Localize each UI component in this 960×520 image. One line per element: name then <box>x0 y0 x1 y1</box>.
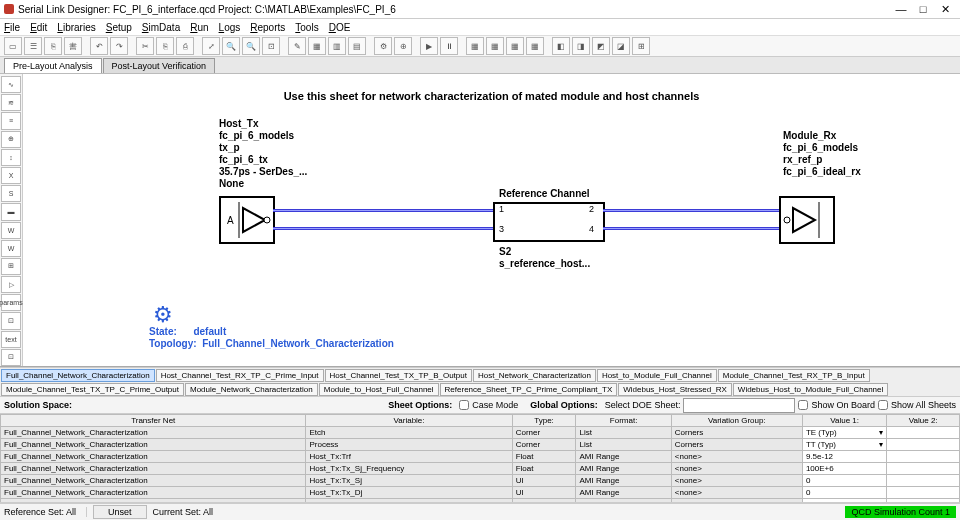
menu-edit[interactable]: Edit <box>30 22 47 33</box>
menu-run[interactable]: Run <box>190 22 208 33</box>
table-row[interactable]: Full_Channel_Network_CharacterizationHos… <box>1 487 960 499</box>
grid-header[interactable]: Value 2: <box>887 415 960 427</box>
table-row[interactable]: Full_Channel_Network_CharacterizationPro… <box>1 439 960 451</box>
palette-item[interactable]: text <box>1 331 21 348</box>
grid-header[interactable]: Format: <box>576 415 671 427</box>
toolbar-button[interactable]: ▦ <box>308 37 326 55</box>
close-button[interactable]: ✕ <box>934 3 956 16</box>
show-all-sheets-checkbox[interactable] <box>878 400 888 410</box>
palette-item[interactable]: W <box>1 240 21 257</box>
maximize-button[interactable]: □ <box>912 3 934 15</box>
table-row[interactable]: Full_Channel_Network_CharacterizationEtc… <box>1 427 960 439</box>
sheet-tab[interactable]: Module_Network_Characterization <box>185 383 318 396</box>
toolbar-button[interactable]: ⊕ <box>394 37 412 55</box>
gear-icon: ⚙ <box>153 302 173 328</box>
sheet-tab[interactable]: Host_Network_Characterization <box>473 369 596 382</box>
sheet-tab[interactable]: Host_Channel_Test_RX_TP_C_Prime_Input <box>156 369 324 382</box>
toolbar-button[interactable]: ⊡ <box>262 37 280 55</box>
toolbar-button[interactable]: ▥ <box>328 37 346 55</box>
sheet-tab[interactable]: Reference_Sheet_TP_C_Prime_Compliant_TX <box>440 383 618 396</box>
toolbar-button[interactable]: ⤢ <box>202 37 220 55</box>
palette-item[interactable]: ⊡ <box>1 349 21 366</box>
palette-item[interactable]: ⊡ <box>1 312 21 329</box>
toolbar-button[interactable]: ✂ <box>136 37 154 55</box>
table-row[interactable]: Full_Channel_Network_CharacterizationHos… <box>1 451 960 463</box>
palette-item[interactable]: params <box>1 294 21 311</box>
sheet-tab[interactable]: Module_to_Host_Full_Channel <box>319 383 439 396</box>
palette-item[interactable]: ≋ <box>1 94 21 111</box>
toolbar-button[interactable]: ▭ <box>4 37 22 55</box>
toolbar-button[interactable]: 🔍 <box>242 37 260 55</box>
sheet-tab[interactable]: Host_Channel_Test_TX_TP_B_Output <box>325 369 472 382</box>
svg-marker-2 <box>243 208 265 232</box>
table-row[interactable]: Full_Channel_Network_CharacterizationHos… <box>1 463 960 475</box>
status-bar: Reference Set: All Unset Current Set: Al… <box>0 503 960 520</box>
show-on-board-checkbox[interactable] <box>798 400 808 410</box>
toolbar-button[interactable]: ☰ <box>24 37 42 55</box>
sheet-tab[interactable]: Widebus_Host_Stressed_RX <box>618 383 732 396</box>
sheet-tab[interactable]: Module_Channel_Test_RX_TP_B_Input <box>718 369 870 382</box>
toolbar-button[interactable]: ▤ <box>348 37 366 55</box>
schematic-canvas[interactable]: Use this sheet for network characterizat… <box>23 74 960 366</box>
port-2: 2 <box>589 204 594 214</box>
toolbar-button[interactable]: ▶ <box>420 37 438 55</box>
menu-file[interactable]: File <box>4 22 20 33</box>
table-row[interactable]: Full_Channel_Network_CharacterizationHos… <box>1 475 960 487</box>
sheet-tab[interactable]: Full_Channel_Network_Characterization <box>1 369 155 382</box>
port-4: 4 <box>589 224 594 234</box>
toolbar-button[interactable]: ⚙ <box>374 37 392 55</box>
toolbar-button[interactable]: ↶ <box>90 37 108 55</box>
grid-header[interactable]: Transfer Net <box>1 415 306 427</box>
grid-header[interactable]: Variation Group: <box>671 415 802 427</box>
sheet-tab[interactable]: Host_to_Module_Full_Channel <box>597 369 717 382</box>
host-tx-block[interactable]: A <box>219 196 275 244</box>
menu-libraries[interactable]: Libraries <box>57 22 95 33</box>
toolbar-button[interactable]: ⎙ <box>176 37 194 55</box>
toolbar-button[interactable]: 🔍 <box>222 37 240 55</box>
toolbar-button[interactable]: ⎘ <box>156 37 174 55</box>
menu-tools[interactable]: Tools <box>295 22 318 33</box>
toolbar-button[interactable]: ◩ <box>592 37 610 55</box>
doe-sheet-combo[interactable] <box>683 398 795 413</box>
toolbar-button[interactable]: ▦ <box>486 37 504 55</box>
palette-item[interactable]: S <box>1 185 21 202</box>
toolbar-button[interactable]: ⏸ <box>440 37 458 55</box>
grid-header[interactable]: Variable: <box>306 415 512 427</box>
toolbar-button[interactable]: ⎘ <box>44 37 62 55</box>
sheet-tab[interactable]: Widebus_Host_to_Module_Full_Channel <box>733 383 888 396</box>
toolbar-button[interactable]: ▦ <box>526 37 544 55</box>
palette-item[interactable]: ∿ <box>1 76 21 93</box>
tab-post-layout[interactable]: Post-Layout Verification <box>103 58 216 73</box>
minimize-button[interactable]: — <box>890 3 912 15</box>
palette-item[interactable]: ⊞ <box>1 258 21 275</box>
palette-item[interactable]: ▷ <box>1 276 21 293</box>
tab-pre-layout[interactable]: Pre-Layout Analysis <box>4 58 102 73</box>
module-rx-block[interactable] <box>779 196 835 244</box>
palette-item[interactable]: ↕ <box>1 149 21 166</box>
palette-item[interactable]: ▬ <box>1 203 21 220</box>
palette-item[interactable]: W <box>1 222 21 239</box>
menu-logs[interactable]: Logs <box>219 22 241 33</box>
toolbar-button[interactable]: 書 <box>64 37 82 55</box>
menu-simdata[interactable]: SimData <box>142 22 180 33</box>
grid-header[interactable]: Value 1: <box>802 415 887 427</box>
toolbar-button[interactable]: ▦ <box>506 37 524 55</box>
menu-reports[interactable]: Reports <box>250 22 285 33</box>
toolbar-button[interactable]: ✎ <box>288 37 306 55</box>
palette-item[interactable]: ≡ <box>1 112 21 129</box>
palette-item[interactable]: ⊕ <box>1 131 21 148</box>
solution-space-grid[interactable]: Transfer NetVariable:Type:Format:Variati… <box>0 414 960 503</box>
toolbar-button[interactable]: ↷ <box>110 37 128 55</box>
grid-header[interactable]: Type: <box>512 415 576 427</box>
menu-setup[interactable]: Setup <box>106 22 132 33</box>
case-mode-checkbox[interactable] <box>459 400 469 410</box>
toolbar-button[interactable]: ⊞ <box>632 37 650 55</box>
unset-button[interactable]: Unset <box>93 505 147 519</box>
toolbar-button[interactable]: ◧ <box>552 37 570 55</box>
toolbar-button[interactable]: ◪ <box>612 37 630 55</box>
toolbar-button[interactable]: ▦ <box>466 37 484 55</box>
toolbar-button[interactable]: ◨ <box>572 37 590 55</box>
menu-doe[interactable]: DOE <box>329 22 351 33</box>
palette-item[interactable]: X <box>1 167 21 184</box>
sheet-tab[interactable]: Module_Channel_Test_TX_TP_C_Prime_Output <box>1 383 184 396</box>
